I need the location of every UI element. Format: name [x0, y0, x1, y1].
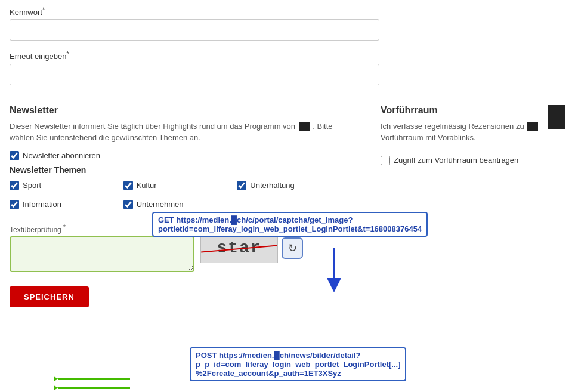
password-label-text: Kennwort [10, 8, 42, 17]
theme-information-label: Information [23, 200, 61, 209]
newsletter-section: Newsletter Dieser Newsletter informiert … [10, 105, 565, 307]
confirm-label-text: Erneut eingeben [10, 53, 66, 61]
captcha-image-wrapper: star ↻ [200, 233, 303, 263]
arrow-left-green-1 [54, 367, 131, 391]
divider [10, 95, 565, 95]
newsletter-desc-1: Dieser Newsletter informiert Sie täglich… [10, 122, 295, 131]
redacted-logo-inline [299, 122, 310, 131]
vorfuehraum-description: Ich verfasse regelmässig Rezensionen zu … [381, 121, 544, 144]
theme-unterhaltung-checkbox[interactable] [237, 181, 246, 190]
newsletter-subscribe-row[interactable]: Newsletter abonnieren [10, 151, 345, 160]
vorfuehraum-col: Vorführraum Ich verfasse regelmässig Rez… [381, 105, 565, 307]
confirm-password-input[interactable] [10, 64, 379, 85]
annotation-post-url: POST https://medien.█ch/news/bilder/deta… [190, 347, 406, 381]
refresh-icon: ↻ [288, 242, 297, 255]
password-input[interactable] [10, 19, 379, 41]
captcha-input-wrapper: Textüberprüfung * [10, 224, 194, 272]
newsletter-subscribe-checkbox[interactable] [10, 151, 19, 160]
redacted-image-right [548, 105, 565, 129]
theme-sport-label: Sport [23, 181, 41, 190]
newsletter-subscribe-label: Newsletter abonnieren [23, 151, 100, 160]
captcha-label-text: Textüberprüfung [10, 226, 61, 234]
redacted-logo-right [527, 122, 538, 131]
captcha-image: star [200, 233, 278, 263]
confirm-password-label: Erneut eingeben* [10, 50, 565, 61]
vorfuehraum-desc-1: Ich verfasse regelmässig Rezensionen zu [381, 122, 524, 131]
captcha-image-text: star [217, 239, 261, 257]
vorfuehraum-access-row[interactable]: Zugriff zum Vorführraum beantragen [381, 156, 565, 165]
theme-unternehmen-row[interactable]: Unternehmen [123, 200, 231, 209]
captcha-label: Textüberprüfung * [10, 224, 194, 234]
captcha-refresh-button[interactable]: ↻ [282, 237, 303, 259]
newsletter-title: Newsletter [10, 105, 345, 116]
save-button[interactable]: SPEICHERN [10, 286, 89, 307]
vorfuehraum-access-label: Zugriff zum Vorführraum beantragen [394, 156, 518, 165]
theme-sport-checkbox[interactable] [10, 181, 19, 190]
captcha-required-indicator: * [63, 224, 66, 230]
newsletter-description: Dieser Newsletter informiert Sie täglich… [10, 121, 345, 144]
captcha-input[interactable] [10, 236, 194, 272]
theme-kultur-row[interactable]: Kultur [123, 181, 231, 190]
theme-kultur-checkbox[interactable] [123, 181, 133, 190]
theme-sport-row[interactable]: Sport [10, 181, 118, 190]
theme-kultur-label: Kultur [137, 181, 157, 190]
password-label: Kennwort* [10, 6, 565, 17]
password-required-indicator: * [42, 6, 45, 13]
theme-unterhaltung-row[interactable]: Unterhaltung [237, 181, 345, 190]
confirm-required-indicator: * [66, 50, 69, 57]
vorfuehraum-access-checkbox[interactable] [381, 156, 390, 165]
captcha-section: Textüberprüfung * star ↻ [10, 224, 345, 272]
vorfuehraum-title: Vorführraum [381, 105, 544, 116]
newsletter-col: Newsletter Dieser Newsletter informiert … [10, 105, 345, 307]
vorfuehraum-inner: Vorführraum Ich verfasse regelmässig Rez… [381, 105, 565, 151]
arrow-left-green-2 [54, 379, 131, 392]
themes-grid: Sport Kultur Unterhaltung Information Un… [10, 181, 345, 214]
vorfuehraum-desc-2: Vorführraum mit Vorablinks. [381, 133, 476, 142]
theme-information-row[interactable]: Information [10, 200, 118, 209]
theme-unterhaltung-label: Unterhaltung [250, 181, 294, 190]
theme-unternehmen-checkbox[interactable] [123, 200, 133, 209]
theme-unternehmen-label: Unternehmen [137, 200, 184, 209]
theme-information-checkbox[interactable] [10, 200, 19, 209]
themes-title: Newsletter Themen [10, 165, 345, 175]
vorfuehraum-text: Vorführraum Ich verfasse regelmässig Rez… [381, 105, 544, 151]
